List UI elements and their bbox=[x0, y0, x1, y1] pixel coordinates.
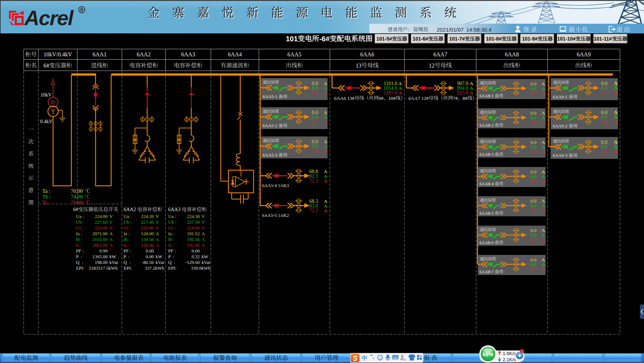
svg-text:Q :: Q : bbox=[76, 260, 83, 265]
svg-text:130.56: 130.56 bbox=[141, 237, 154, 242]
svg-text:Uc :: Uc : bbox=[124, 225, 132, 231]
svg-text:Ic :: Ic : bbox=[168, 242, 174, 248]
svg-text:A: A bbox=[324, 90, 327, 96]
svg-text:925.0: 925.0 bbox=[457, 90, 469, 96]
svg-text:A: A bbox=[156, 242, 159, 248]
svg-text:1107.0: 1107.0 bbox=[384, 90, 397, 96]
svg-text:2.1K/s: 2.1K/s bbox=[503, 357, 516, 362]
svg-text:0.0: 0.0 bbox=[601, 149, 608, 154]
svg-text:A: A bbox=[324, 178, 327, 183]
svg-text:kW: kW bbox=[109, 254, 117, 259]
svg-text:Ic :: Ic : bbox=[124, 242, 130, 248]
svg-text:Q :: Q : bbox=[168, 260, 175, 265]
svg-text:EPI:: EPI: bbox=[124, 265, 132, 271]
svg-text:12: 12 bbox=[429, 62, 435, 69]
svg-text:Ub :: Ub : bbox=[124, 219, 132, 225]
svg-text:14:58:30.4: 14:58:30.4 bbox=[466, 27, 492, 33]
svg-text:A: A bbox=[614, 149, 618, 154]
svg-text:101-5#: 101-5# bbox=[377, 36, 392, 42]
svg-text:10#: 10# bbox=[388, 96, 396, 101]
svg-text:A: A bbox=[109, 231, 113, 236]
svg-text:A: A bbox=[541, 208, 545, 213]
svg-text:6AA8-4: 6AA8-4 bbox=[480, 181, 494, 186]
svg-text:6AA2: 6AA2 bbox=[137, 51, 151, 57]
svg-text:Tc :: Tc : bbox=[42, 200, 51, 205]
svg-text:Ta :: Ta : bbox=[42, 188, 51, 194]
svg-text:2063.00: 2063.00 bbox=[93, 242, 108, 248]
svg-text:6AA1: 6AA1 bbox=[93, 51, 106, 57]
svg-text:Uc :: Uc : bbox=[76, 225, 84, 231]
svg-text:R: R bbox=[80, 8, 84, 13]
svg-text:A: A bbox=[109, 237, 113, 242]
svg-text:P :: P : bbox=[168, 254, 174, 259]
svg-text:-6#: -6# bbox=[319, 35, 330, 43]
svg-text:128.96: 128.96 bbox=[141, 242, 154, 248]
svg-text:6AA5-4 1AK3: 6AA5-4 1AK3 bbox=[262, 183, 289, 188]
svg-text:Ib :: Ib : bbox=[76, 237, 82, 242]
svg-text:6AA6 13#: 6AA6 13# bbox=[334, 96, 355, 101]
svg-text:A: A bbox=[109, 242, 113, 248]
svg-text:101-9#: 101-9# bbox=[522, 36, 538, 42]
svg-text:Ib :: Ib : bbox=[168, 237, 175, 242]
svg-text:198.00: 198.00 bbox=[95, 260, 108, 265]
svg-text:6AA5-5 1AK2: 6AA5-5 1AK2 bbox=[262, 213, 289, 218]
svg-text:101-7#: 101-7# bbox=[449, 36, 465, 42]
svg-text:A: A bbox=[156, 231, 159, 236]
svg-text:A: A bbox=[324, 148, 327, 154]
svg-text:10kV/0.4kV: 10kV/0.4kV bbox=[43, 51, 72, 57]
svg-text:6AA8-5: 6AA8-5 bbox=[480, 211, 494, 216]
svg-text:6AA7: 6AA7 bbox=[433, 51, 447, 57]
svg-text:0.00: 0.00 bbox=[191, 248, 200, 253]
svg-text:kW: kW bbox=[202, 254, 209, 259]
svg-text:0.0: 0.0 bbox=[601, 119, 608, 125]
svg-text:A: A bbox=[541, 120, 545, 125]
svg-text:V: V bbox=[202, 219, 205, 225]
svg-text:69%: 69% bbox=[483, 351, 493, 357]
svg-text:128.00: 128.00 bbox=[141, 231, 154, 236]
svg-text:kVar: kVar bbox=[109, 260, 118, 265]
svg-text:6AA8-3: 6AA8-3 bbox=[480, 152, 494, 157]
svg-text:Ub :: Ub : bbox=[168, 219, 176, 225]
svg-text:6AA8-6: 6AA8-6 bbox=[480, 240, 494, 245]
svg-text:V: V bbox=[156, 214, 159, 219]
svg-text:A: A bbox=[202, 242, 205, 248]
svg-text:101-6#: 101-6# bbox=[413, 36, 428, 42]
svg-text:227.40: 227.40 bbox=[141, 219, 154, 225]
svg-text:227.60: 227.60 bbox=[95, 219, 108, 225]
svg-text:2071.00: 2071.00 bbox=[93, 231, 108, 236]
svg-text:V: V bbox=[202, 214, 205, 219]
svg-text:6AA5-2: 6AA5-2 bbox=[263, 123, 278, 128]
svg-text:223.90: 223.90 bbox=[141, 225, 154, 231]
svg-text:V: V bbox=[109, 214, 113, 219]
svg-text:0.0: 0.0 bbox=[530, 90, 536, 96]
svg-text:10kV: 10kV bbox=[41, 92, 52, 98]
svg-text:V: V bbox=[109, 219, 113, 225]
svg-text:V: V bbox=[202, 225, 205, 231]
svg-text:A: A bbox=[202, 237, 205, 242]
svg-text:Tb :: Tb : bbox=[42, 194, 51, 200]
svg-text:5183517.5kWh: 5183517.5kWh bbox=[89, 265, 118, 271]
svg-text:227.50: 227.50 bbox=[187, 219, 200, 225]
svg-text:6AA5: 6AA5 bbox=[287, 51, 301, 57]
svg-text:0.0: 0.0 bbox=[530, 120, 536, 125]
svg-text:6AA8-2: 6AA8-2 bbox=[480, 123, 494, 128]
svg-text:1.9K/s: 1.9K/s bbox=[503, 351, 516, 356]
svg-text:6AA8: 6AA8 bbox=[505, 51, 519, 57]
svg-text:Ua :: Ua : bbox=[168, 214, 176, 219]
svg-text:S: S bbox=[353, 354, 358, 362]
svg-text:Ia :: Ia : bbox=[76, 231, 82, 236]
svg-text:6AA7 12#: 6AA7 12# bbox=[408, 96, 429, 101]
svg-text:0.0: 0.0 bbox=[601, 90, 608, 96]
svg-text:0.0: 0.0 bbox=[312, 90, 318, 96]
svg-text:0.99: 0.99 bbox=[99, 248, 108, 253]
svg-text:P :: P : bbox=[124, 254, 130, 259]
svg-text:6#: 6# bbox=[73, 207, 78, 212]
svg-text:6AA9-1: 6AA9-1 bbox=[553, 94, 568, 99]
svg-text:6AA2: 6AA2 bbox=[124, 207, 136, 212]
svg-text:PF :: PF : bbox=[124, 248, 131, 253]
svg-text:0.0: 0.0 bbox=[530, 208, 536, 213]
svg-text:Ib :: Ib : bbox=[124, 237, 130, 242]
svg-text:6AA3: 6AA3 bbox=[181, 51, 195, 57]
svg-text:0.00: 0.00 bbox=[146, 248, 154, 253]
svg-text:0.4kV: 0.4kV bbox=[40, 119, 53, 124]
